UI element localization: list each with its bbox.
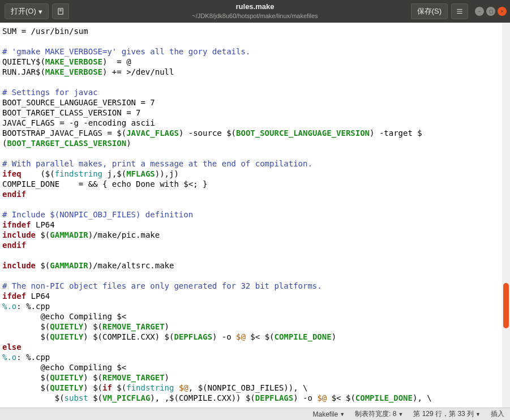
code-keyword: include — [2, 261, 36, 270]
code-text: QUIETLY$( — [2, 57, 45, 66]
open-button[interactable]: 打开(O) ▾ — [5, 3, 49, 19]
vertical-scrollbar[interactable] — [502, 23, 510, 408]
document-icon — [57, 7, 65, 15]
code-var: REMOVE_TARGET — [102, 373, 165, 382]
code-text: ) $( — [83, 322, 102, 331]
code-line: @echo Compiling $< — [2, 312, 126, 321]
code-text: )),j) — [155, 169, 179, 178]
insert-mode-label: 插入 — [491, 409, 504, 419]
code-text: : %.cpp — [16, 353, 50, 362]
hamburger-icon — [456, 7, 464, 15]
code-var: QUIETLY — [50, 383, 83, 392]
chevron-down-icon: ▼ — [398, 412, 403, 417]
code-text: LP64 — [26, 292, 50, 301]
code-text: ) $( — [83, 373, 102, 382]
window-title: rules.make — [192, 2, 318, 12]
code-var: MFLAGS — [126, 169, 155, 178]
code-text — [174, 383, 178, 392]
code-special: $@ — [179, 383, 188, 392]
close-icon: × — [500, 8, 503, 14]
code-line: JAVAC_FLAGS = -g -encoding ascii — [2, 118, 155, 127]
code-text: ) += >/dev/null — [102, 67, 174, 76]
open-label: 打开(O) — [11, 6, 36, 16]
code-comment: # The non-PIC object files are only gene… — [2, 281, 322, 290]
position-label: 第 129 行，第 33 列 — [413, 409, 474, 419]
code-text: BOOTSTRAP_JAVAC_FLAGS = $( — [2, 128, 126, 138]
code-text: ), \ — [413, 393, 432, 402]
code-keyword: ifeq — [2, 169, 22, 178]
code-keyword: include — [2, 230, 36, 239]
code-text: LP64 — [31, 220, 55, 229]
cursor-position[interactable]: 第 129 行，第 33 列 ▼ — [413, 409, 481, 419]
new-document-button[interactable] — [52, 3, 69, 19]
code-text: $( — [2, 322, 50, 331]
language-selector[interactable]: Makefile ▼ — [312, 410, 345, 418]
code-text: ) = @ — [102, 57, 131, 66]
code-comment: # 'gmake MAKE_VERBOSE=y' gives all the g… — [2, 47, 250, 56]
tab-width-label: 制表符宽度: 8 — [355, 409, 396, 419]
code-var: GAMMADIR — [50, 230, 88, 239]
code-var: QUIETLY — [50, 332, 83, 341]
code-line: BOOT_SOURCE_LANGUAGE_VERSION = 7 — [2, 98, 155, 107]
close-button[interactable]: × — [498, 7, 507, 16]
window-controls: − ◻ × — [475, 7, 507, 16]
titlebar-center: rules.make ~/JDK8/jdk8u60/hotspot/make/l… — [192, 2, 318, 20]
maximize-button[interactable]: ◻ — [486, 7, 495, 16]
code-text: $( — [36, 261, 50, 270]
code-var: COMPILE_DONE — [355, 393, 413, 402]
code-comment: # With parallel makes, print a message a… — [2, 159, 312, 168]
code-text: $< $( — [327, 393, 355, 402]
code-text: ) -source $( — [179, 128, 236, 138]
code-text: : %.cpp — [16, 302, 50, 311]
code-text: ) $(COMPILE.CXX) $( — [83, 332, 174, 341]
tab-width-selector[interactable]: 制表符宽度: 8 ▼ — [355, 409, 403, 419]
code-text: ) — [126, 139, 131, 148]
code-var: BOOT_SOURCE_LANGUAGE_VERSION — [236, 128, 370, 138]
code-var: GAMMADIR — [50, 261, 88, 270]
code-text: ) — [165, 322, 169, 331]
insert-mode[interactable]: 插入 — [491, 409, 504, 419]
titlebar: 打开(O) ▾ rules.make ~/JDK8/jdk8u60/hotspo… — [0, 0, 510, 23]
code-comment: # Settings for javac — [2, 88, 98, 97]
chevron-down-icon: ▼ — [475, 412, 481, 417]
scrollbar-thumb[interactable] — [503, 283, 509, 328]
code-text: $< $( — [246, 332, 275, 341]
code-editor[interactable]: SUM = /usr/bin/sum # 'gmake MAKE_VERBOSE… — [0, 23, 502, 408]
code-text: ) $( — [83, 383, 102, 392]
code-text: ), ,$(COMPILE.CXX)) $( — [150, 393, 255, 402]
code-keyword: endif — [2, 190, 26, 199]
code-special: $@ — [236, 332, 246, 341]
save-button[interactable]: 保存(S) — [411, 3, 448, 19]
code-func: findstring — [126, 383, 174, 392]
code-target: %.o — [2, 302, 16, 311]
code-text: RUN.JAR$( — [2, 67, 45, 76]
code-func: findstring — [55, 169, 102, 178]
language-label: Makefile — [312, 410, 338, 418]
code-var: QUIETLY — [50, 322, 83, 331]
code-keyword: else — [2, 342, 22, 352]
window-path: ~/JDK8/jdk8u60/hotspot/make/linux/makefi… — [192, 12, 318, 20]
code-keyword: endif — [2, 241, 26, 250]
code-line: @echo Compiling $< — [2, 363, 126, 372]
titlebar-right: 保存(S) − ◻ × — [408, 3, 510, 19]
code-target: %.o — [2, 353, 16, 362]
code-text: ) — [165, 373, 169, 382]
code-special: $@ — [317, 393, 327, 402]
chevron-down-icon: ▼ — [340, 412, 345, 417]
code-var: JAVAC_FLAGS — [126, 128, 179, 138]
code-keyword: if — [102, 383, 112, 392]
code-var: DEPFLAGS — [255, 393, 293, 402]
minimize-icon: − — [478, 8, 481, 14]
code-var: REMOVE_TARGET — [102, 322, 165, 331]
hamburger-menu-button[interactable] — [451, 3, 468, 19]
code-text: ) — [332, 332, 336, 341]
code-text: $( — [2, 373, 50, 382]
code-var: COMPILE_DONE — [275, 332, 332, 341]
save-label: 保存(S) — [417, 7, 442, 15]
code-text: $( — [88, 393, 102, 402]
minimize-button[interactable]: − — [475, 7, 484, 16]
code-text: $( — [2, 393, 65, 402]
code-var: BOOT_TARGET_CLASS_VERSION — [7, 139, 126, 148]
code-comment: # Include $(NONPIC_OBJ_FILES) definition — [2, 210, 193, 219]
code-text: $( — [112, 383, 126, 392]
